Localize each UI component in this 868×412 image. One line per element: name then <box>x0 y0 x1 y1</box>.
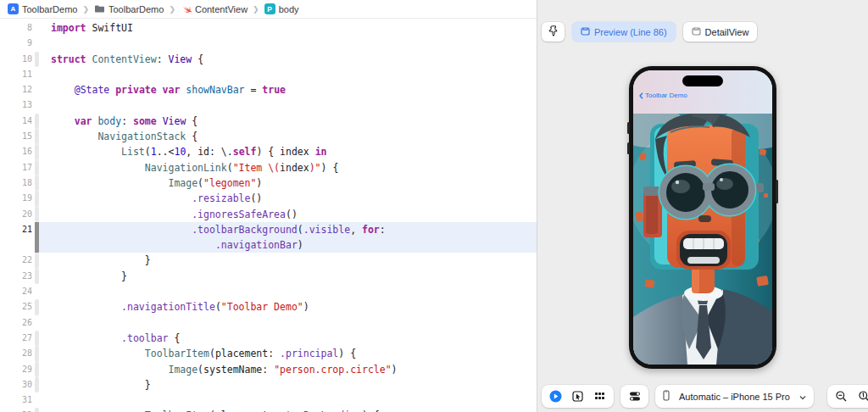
device-settings-button[interactable] <box>620 385 648 408</box>
live-preview-button[interactable] <box>549 390 562 403</box>
zoom-out-icon[interactable] <box>835 390 848 403</box>
code-text: .navigationTitle("Toolbar Demo") <box>39 299 309 315</box>
line-number[interactable]: 12 <box>0 82 35 97</box>
line-number[interactable]: 32 <box>0 408 35 412</box>
volume-up-button <box>627 122 630 134</box>
canvas-top-bar: Preview (Line 86) DetailView <box>542 22 757 42</box>
code-line[interactable]: .navigationBar) <box>0 237 537 253</box>
line-number[interactable]: 29 <box>0 362 35 377</box>
code-text: .ignoresSafeArea() <box>39 207 298 222</box>
line-number[interactable]: 21 <box>0 222 35 237</box>
code-line[interactable]: 21 .toolbarBackground(.visible, for: <box>0 222 537 237</box>
code-line[interactable]: 14 var body: some View { <box>0 114 537 129</box>
back-button-label: Toolbar Demo <box>645 92 687 99</box>
back-button[interactable]: Toolbar Demo <box>639 92 687 99</box>
code-line[interactable]: 12 @State private var showNavBar = true <box>0 82 537 97</box>
line-number[interactable]: 10 <box>0 52 35 67</box>
line-number[interactable]: 11 <box>0 67 35 82</box>
code-line[interactable]: 15 NavigationStack { <box>0 129 537 144</box>
breadcrumb-item-symbol[interactable]: P body <box>264 3 299 14</box>
line-number[interactable]: 20 <box>0 207 35 222</box>
breadcrumb-item-group[interactable]: ToolbarDemo <box>94 3 164 14</box>
breadcrumb-separator: ❯ <box>81 5 90 14</box>
code-line[interactable]: 9 <box>0 36 537 51</box>
line-number[interactable]: 22 <box>0 253 35 268</box>
line-number[interactable]: 18 <box>0 175 35 191</box>
breadcrumb-label: body <box>279 4 299 14</box>
preview-mode-group <box>542 385 614 408</box>
pin-preview-button[interactable] <box>542 22 565 42</box>
code-line[interactable]: 32 ToolbarItem(placement: .topBarLeading… <box>0 408 537 412</box>
zoom-100-icon[interactable] <box>858 390 868 403</box>
code-text: } <box>39 377 151 393</box>
breadcrumb-separator: ❯ <box>252 5 260 14</box>
code-line[interactable]: 20 .ignoresSafeArea() <box>0 207 537 222</box>
code-line[interactable]: 17 NavigationLink("Item \(index)") { <box>0 160 537 175</box>
line-number[interactable]: 23 <box>0 269 35 284</box>
code-text <box>39 36 51 51</box>
code-text <box>39 393 51 408</box>
line-number[interactable] <box>0 237 35 253</box>
line-number[interactable]: 25 <box>0 299 35 315</box>
iphone-preview-device: Toolbar Demo <box>629 66 776 369</box>
line-number[interactable]: 19 <box>0 191 35 206</box>
tab-detailview[interactable]: DetailView <box>683 22 758 42</box>
code-text: NavigationStack { <box>39 129 198 144</box>
code-line[interactable]: 31 <box>0 393 537 408</box>
code-text <box>39 97 51 113</box>
line-number[interactable]: 17 <box>0 160 35 175</box>
property-icon: P <box>264 3 275 14</box>
breadcrumb-label: ToolbarDemo <box>108 4 164 14</box>
pushpin-icon <box>548 25 559 40</box>
chevron-left-icon <box>639 92 643 99</box>
code-line[interactable]: 25 .navigationTitle("Toolbar Demo") <box>0 299 537 315</box>
line-number[interactable]: 28 <box>0 346 35 361</box>
line-number[interactable]: 13 <box>0 97 35 113</box>
code-line[interactable]: 26 <box>0 315 537 331</box>
code-line[interactable]: 22 } <box>0 253 537 268</box>
breadcrumb-separator: ❯ <box>168 5 176 14</box>
preview-screen[interactable]: Toolbar Demo <box>633 70 772 365</box>
code-line[interactable]: 8import SwiftUI <box>0 20 537 36</box>
code-line[interactable]: 18 Image("legomen") <box>0 175 537 191</box>
line-number[interactable]: 27 <box>0 331 35 346</box>
code-line[interactable]: 29 Image(systemName: "person.crop.circle… <box>0 362 537 377</box>
code-line[interactable]: 23 } <box>0 269 537 284</box>
line-number[interactable]: 8 <box>0 20 35 36</box>
line-number[interactable]: 15 <box>0 129 35 144</box>
line-number[interactable]: 30 <box>0 377 35 393</box>
line-number[interactable]: 31 <box>0 393 35 408</box>
code-text: @State private var showNavBar = true <box>39 82 286 97</box>
code-line[interactable]: 10struct ContentView: View { <box>0 52 537 67</box>
code-line[interactable]: 28 ToolbarItem(placement: .principal) { <box>0 346 537 361</box>
code-text: .navigationBar) <box>39 237 303 253</box>
selectable-mode-button[interactable] <box>571 390 584 403</box>
code-line[interactable]: 27 .toolbar { <box>0 331 537 346</box>
breadcrumb-item-file[interactable]: ContentView <box>181 3 248 14</box>
power-button <box>776 180 778 203</box>
line-number[interactable]: 9 <box>0 36 35 51</box>
line-number[interactable]: 24 <box>0 284 35 299</box>
canvas-bottom-bar: Automatic – iPhone 15 Pro <box>542 385 864 408</box>
code-line[interactable]: 19 .resizable() <box>0 191 537 206</box>
code-line[interactable]: 11 <box>0 67 537 82</box>
code-line[interactable]: 13 <box>0 97 537 113</box>
code-line[interactable]: 24 <box>0 284 537 299</box>
device-picker-label: Automatic – iPhone 15 Pro <box>679 392 790 402</box>
code-text: Image("legomen") <box>39 175 262 191</box>
code-text: import SwiftUI <box>39 20 133 36</box>
code-text: } <box>39 253 151 268</box>
app-project-icon: A <box>8 3 19 14</box>
line-number[interactable]: 14 <box>0 114 35 129</box>
code-editor[interactable]: 8import SwiftUI910struct ContentView: Vi… <box>0 19 537 412</box>
code-line[interactable]: 16 List(1..<10, id: \.self) { index in <box>0 144 537 159</box>
code-text: .toolbarBackground(.visible, for: <box>39 222 386 237</box>
variants-mode-button[interactable] <box>593 390 606 403</box>
breadcrumb-item-project[interactable]: A ToolbarDemo <box>8 3 77 14</box>
line-number[interactable]: 26 <box>0 315 35 331</box>
line-number[interactable]: 16 <box>0 144 35 159</box>
device-picker[interactable]: Automatic – iPhone 15 Pro <box>655 385 814 408</box>
code-line[interactable]: 30 } <box>0 377 537 393</box>
tab-preview[interactable]: Preview (Line 86) <box>572 22 676 42</box>
code-text: } <box>39 269 127 284</box>
